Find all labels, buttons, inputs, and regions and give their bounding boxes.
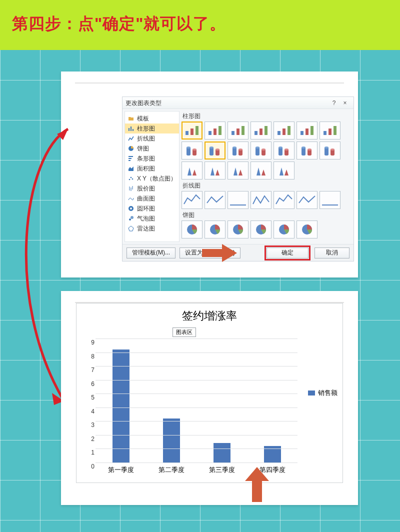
svg-point-59 bbox=[256, 146, 260, 148]
chart-thumb-column[interactable] bbox=[274, 142, 294, 160]
chart-thumb-column[interactable] bbox=[250, 162, 272, 180]
chart-category-item[interactable]: 饼图 bbox=[125, 144, 179, 154]
step-title: 第四步：点"确定"就可以了。 bbox=[12, 13, 388, 35]
list-item-label: X Y（散点图） bbox=[137, 174, 176, 184]
chart-category-item[interactable]: 模板 bbox=[125, 114, 179, 124]
chart-thumb-line[interactable] bbox=[296, 191, 318, 209]
pie-thumbs bbox=[182, 220, 352, 238]
y-tick-label: 2 bbox=[91, 436, 94, 442]
y-axis: 0123456789 bbox=[82, 338, 94, 462]
bar bbox=[163, 418, 180, 462]
section-label-column: 柱形图 bbox=[182, 112, 352, 120]
list-item-label: 曲面图 bbox=[137, 194, 155, 204]
set-default-chart-button[interactable]: 设置为默认图表(S) bbox=[180, 248, 240, 258]
dialog-footer: 管理模板(M)... 设置为默认图表(S) 确定 取消 bbox=[122, 244, 354, 261]
svg-rect-20 bbox=[196, 126, 198, 135]
chart-thumb-pie[interactable] bbox=[182, 220, 202, 238]
svg-rect-22 bbox=[214, 128, 216, 135]
chart-thumb-column[interactable] bbox=[182, 142, 202, 160]
svg-point-44 bbox=[192, 148, 196, 150]
chart-thumb-line[interactable] bbox=[274, 191, 294, 209]
chart-category-item[interactable]: 面积图 bbox=[125, 164, 179, 174]
svg-rect-36 bbox=[324, 131, 326, 135]
chart-category-item[interactable]: 曲面图 bbox=[125, 194, 179, 204]
gridline bbox=[96, 338, 298, 339]
svg-rect-18 bbox=[186, 131, 188, 135]
ok-button[interactable]: 确定 bbox=[266, 248, 308, 258]
chart-thumb-column[interactable] bbox=[274, 122, 294, 140]
chart-category-item[interactable]: 气泡图 bbox=[125, 214, 179, 224]
help-icon[interactable]: ? bbox=[328, 97, 340, 109]
close-icon[interactable]: × bbox=[340, 97, 350, 109]
chart-thumb-column[interactable] bbox=[296, 142, 318, 160]
gridline bbox=[96, 366, 298, 366]
svg-point-56 bbox=[238, 148, 242, 150]
svg-rect-27 bbox=[254, 131, 258, 135]
gridline bbox=[96, 448, 298, 449]
chart-thumb-column[interactable] bbox=[274, 162, 294, 180]
chart-thumb-column[interactable] bbox=[204, 142, 226, 160]
chart-thumb-column[interactable] bbox=[182, 162, 202, 180]
cancel-button[interactable]: 取消 bbox=[314, 248, 350, 258]
dialog-screenshot-panel: 更改图表类型 ? × 模板柱形图折线图饼图条形图面积图X Y（散点图）股价图曲面… bbox=[61, 72, 358, 278]
dialog-titlebar: 更改图表类型 ? × bbox=[122, 97, 354, 109]
chart-thumb-line[interactable] bbox=[182, 191, 202, 209]
svg-marker-17 bbox=[128, 226, 134, 231]
chart-thumb-pie[interactable] bbox=[296, 220, 318, 238]
chart-category-list[interactable]: 模板柱形图折线图饼图条形图面积图X Y（散点图）股价图曲面图圆环图气泡图雷达图 bbox=[124, 111, 180, 242]
chart-category-item[interactable]: 雷达图 bbox=[125, 224, 179, 234]
svg-rect-33 bbox=[300, 131, 304, 135]
chart-thumb-pie[interactable] bbox=[228, 220, 248, 238]
chart-category-item[interactable]: 柱形图 bbox=[125, 124, 179, 134]
chart-thumb-column[interactable] bbox=[320, 122, 340, 140]
pie-icon bbox=[128, 146, 134, 152]
chart-category-item[interactable]: 圆环图 bbox=[125, 204, 179, 214]
chart-thumb-line[interactable] bbox=[204, 191, 226, 209]
list-item-label: 柱形图 bbox=[137, 124, 155, 134]
ruler bbox=[75, 82, 344, 84]
svg-point-62 bbox=[262, 148, 266, 150]
chart-area[interactable]: 签约增涨率 图表区 销售额 0123456789 第一季度第二季度第三季度第四季… bbox=[76, 303, 343, 483]
list-item-label: 股价图 bbox=[137, 184, 155, 194]
chart-thumb-column[interactable] bbox=[320, 142, 340, 160]
chart-thumb-pie[interactable] bbox=[250, 220, 272, 238]
chart-thumb-line[interactable] bbox=[250, 191, 272, 209]
chart-category-item[interactable]: 条形图 bbox=[125, 154, 179, 164]
line-icon bbox=[128, 136, 134, 142]
chart-category-item[interactable]: 股价图 bbox=[125, 184, 179, 194]
svg-rect-40 bbox=[186, 148, 190, 154]
chart-thumb-column[interactable] bbox=[204, 122, 226, 140]
chart-thumb-line[interactable] bbox=[320, 191, 340, 209]
chart-thumb-column[interactable] bbox=[250, 142, 272, 160]
svg-marker-81 bbox=[188, 168, 192, 176]
chart-thumb-column[interactable] bbox=[296, 122, 318, 140]
chart-thumb-column[interactable] bbox=[250, 122, 272, 140]
legend-swatch bbox=[308, 390, 315, 396]
x-tick-label: 第四季度 bbox=[247, 466, 298, 474]
chart-thumb-column[interactable] bbox=[228, 122, 248, 140]
svg-rect-23 bbox=[218, 126, 222, 135]
gridline bbox=[96, 352, 298, 353]
manage-templates-button[interactable]: 管理模板(M)... bbox=[126, 248, 176, 258]
svg-point-14 bbox=[130, 208, 132, 210]
chart-thumb-column[interactable] bbox=[228, 162, 248, 180]
svg-rect-31 bbox=[282, 128, 286, 135]
chart-category-item[interactable]: X Y（散点图） bbox=[125, 174, 179, 184]
y-tick-label: 6 bbox=[91, 380, 94, 388]
list-item-label: 条形图 bbox=[137, 154, 155, 164]
svg-rect-76 bbox=[324, 148, 328, 154]
chart-category-item[interactable]: 折线图 bbox=[125, 134, 179, 144]
chart-thumb-column[interactable] bbox=[182, 122, 202, 140]
chart-thumbnails-pane: 柱形图 折线图 饼图 bbox=[180, 109, 354, 244]
bar-cell bbox=[96, 338, 146, 462]
x-tick-label: 第一季度 bbox=[96, 466, 146, 474]
chart-thumb-column[interactable] bbox=[204, 162, 226, 180]
chart-thumb-line[interactable] bbox=[228, 191, 248, 209]
svg-rect-21 bbox=[208, 131, 212, 135]
svg-point-53 bbox=[232, 146, 236, 148]
chart-thumb-column[interactable] bbox=[228, 142, 248, 160]
legend: 销售额 bbox=[308, 388, 338, 398]
chart-thumb-pie[interactable] bbox=[204, 220, 226, 238]
svg-marker-82 bbox=[192, 170, 196, 176]
chart-thumb-pie[interactable] bbox=[274, 220, 294, 238]
